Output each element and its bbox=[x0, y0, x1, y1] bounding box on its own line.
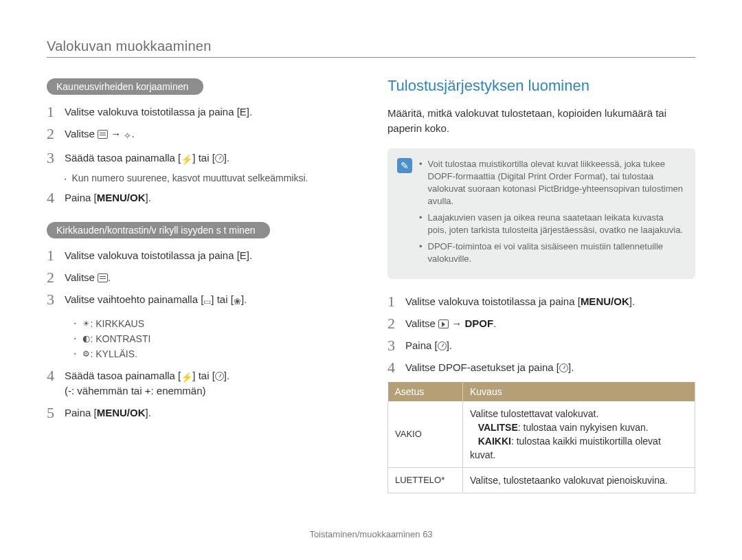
text: ]. bbox=[447, 339, 452, 351]
step-1b: 2 Valitse → ✧. bbox=[47, 126, 355, 144]
intro-text: Määritä, mitkä valokuvat tulostetaan, ko… bbox=[387, 106, 695, 136]
edit-icon bbox=[98, 130, 108, 139]
page-title: Valokuvan muokkaaminen bbox=[47, 38, 695, 54]
step-text: Paina [MENU/OK]. bbox=[65, 190, 355, 205]
step-number: 4 bbox=[47, 368, 65, 383]
step-2d: 4 Säädä tasoa painamalla [⚡] tai []. (-:… bbox=[47, 368, 355, 399]
text: Kun numero suurenee, kasvot muuttuvat se… bbox=[71, 172, 308, 183]
text: ]. bbox=[224, 152, 229, 164]
right-column: Tulostusjärjestyksen luominen Määritä, m… bbox=[387, 77, 695, 493]
step-number: 3 bbox=[47, 150, 65, 166]
text: Valitse bbox=[65, 271, 95, 283]
flash-icon: ⚡ bbox=[181, 155, 192, 164]
step-text: Paina []. bbox=[405, 338, 695, 353]
option-label: : KIRKKAUS bbox=[90, 316, 144, 331]
setting-name: LUETTELO* bbox=[388, 468, 463, 493]
text: ]. bbox=[629, 295, 635, 307]
step-number: 2 bbox=[387, 316, 405, 331]
step-1d: 4 Paina [MENU/OK]. bbox=[47, 190, 355, 205]
playback-icon bbox=[438, 320, 449, 328]
step-2c: 3 Valitse vaihtoehto painamalla [] tai [… bbox=[47, 292, 355, 309]
page-footer: Toistaminen/muokkaaminen 63 bbox=[0, 529, 742, 539]
text: Paina [ bbox=[65, 407, 97, 418]
text: ]. bbox=[146, 192, 151, 203]
text: ]. bbox=[146, 407, 151, 418]
table-header: Kuvaus bbox=[463, 382, 695, 401]
text: ] tai [ bbox=[192, 152, 215, 164]
step-text: Valitse . bbox=[65, 270, 355, 285]
step-number: 3 bbox=[47, 292, 65, 307]
flash-icon: ⚡ bbox=[181, 373, 192, 382]
step-text: Säädä tasoa painamalla [⚡] tai []. bbox=[65, 150, 355, 166]
note-icon: ✎ bbox=[397, 158, 412, 173]
step-number: 2 bbox=[47, 270, 65, 285]
text: DPOF-toimintoa ei voi valita sisäiseen m… bbox=[428, 240, 683, 265]
step-number: 2 bbox=[47, 126, 65, 142]
pill-beauty-fix: Kauneusvirheiden korjaaminen bbox=[47, 78, 203, 95]
edit-icon bbox=[98, 273, 108, 282]
option-label: : KYLLÄIS. bbox=[90, 346, 137, 361]
step-text: Paina [MENU/OK]. bbox=[65, 405, 355, 421]
text: ]. bbox=[224, 370, 229, 381]
setting-desc: Valitse, tulostetaanko valokuvat pienois… bbox=[463, 468, 695, 493]
menu-ok-label: MENU/OK bbox=[97, 407, 146, 418]
step-r3: 3 Paina []. bbox=[387, 338, 695, 353]
step-text: Valitse → DPOF. bbox=[405, 316, 695, 331]
step-2b: 2 Valitse . bbox=[47, 270, 355, 285]
left-column: Kauneusvirheiden korjaaminen 1 Valitse v… bbox=[47, 77, 355, 493]
text: Valitse tulostettavat valokuvat. bbox=[470, 408, 598, 419]
timer-icon bbox=[215, 154, 224, 163]
step-number: 4 bbox=[387, 360, 405, 375]
menu-ok-label: MENU/OK bbox=[97, 192, 146, 203]
section-heading: Tulostusjärjestyksen luominen bbox=[387, 77, 695, 95]
contrast-icon bbox=[82, 331, 90, 346]
text: Valitse bbox=[65, 128, 95, 139]
display-icon bbox=[203, 294, 211, 309]
step-number: 3 bbox=[387, 338, 405, 353]
timer-icon bbox=[215, 372, 224, 381]
dpof-label: DPOF bbox=[464, 317, 493, 329]
text: Paina [ bbox=[65, 192, 97, 203]
arrow: → bbox=[111, 128, 121, 139]
timer-icon bbox=[438, 341, 447, 350]
setting-desc: Valitse tulostettavat valokuvat. VALITSE… bbox=[463, 401, 695, 468]
text: Laajakuvien vasen ja oikea reuna saateta… bbox=[428, 212, 683, 236]
setting-name: VAKIO bbox=[388, 401, 463, 468]
step-text: Valitse DPOF-asetukset ja paina []. bbox=[405, 360, 695, 375]
step-text: Valitse valokuva toistotilassa ja paina … bbox=[65, 248, 355, 263]
table-row: VAKIO Valitse tulostettavat valokuvat. V… bbox=[388, 401, 695, 468]
menu-ok-label: MENU/OK bbox=[581, 295, 629, 307]
step-text: Valitse valokuva toistotilassa ja paina … bbox=[405, 294, 695, 309]
note-box: ✎ Voit tulostaa muistikortilla olevat ku… bbox=[387, 148, 695, 279]
step-2a: 1 Valitse valokuva toistotilassa ja pain… bbox=[47, 248, 355, 263]
step-note: (-: vähemmän tai +: enemmän) bbox=[65, 385, 206, 396]
text: ] tai [ bbox=[211, 293, 234, 305]
step-2e: 5 Paina [MENU/OK]. bbox=[47, 405, 355, 421]
brightness-icon bbox=[82, 316, 90, 331]
text: Säädä tasoa painamalla [ bbox=[65, 152, 181, 164]
option-label: : KONTRASTI bbox=[90, 331, 150, 346]
text: Paina [ bbox=[405, 339, 438, 351]
table-row: LUETTELO* Valitse, tulostetaanko valokuv… bbox=[388, 468, 695, 493]
step-number: 1 bbox=[47, 104, 65, 120]
text: ] tai [ bbox=[192, 370, 215, 381]
settings-table: Asetus Kuvaus VAKIO Valitse tulostettava… bbox=[387, 382, 695, 493]
list-item: ▪: KIRKKAUS bbox=[74, 316, 355, 331]
text: ]. bbox=[568, 361, 574, 373]
step-r2: 2 Valitse → DPOF. bbox=[387, 316, 695, 331]
step-1c: 3 Säädä tasoa painamalla [⚡] tai []. bbox=[47, 150, 355, 166]
step-number: 1 bbox=[47, 248, 65, 263]
text: : tulostaa vain nykyisen kuvan. bbox=[518, 422, 649, 433]
step-text: Valitse → ✧. bbox=[65, 126, 355, 144]
step-r1: 1 Valitse valokuva toistotilassa ja pain… bbox=[387, 294, 695, 309]
macro-icon bbox=[234, 294, 241, 309]
saturation-icon bbox=[82, 346, 90, 361]
step-r4: 4 Valitse DPOF-asetukset ja paina []. bbox=[387, 360, 695, 375]
text: Valitse bbox=[405, 317, 436, 329]
text: Valitse DPOF-asetukset ja paina [ bbox=[405, 361, 559, 373]
step-number: 1 bbox=[387, 294, 405, 309]
list-item: ▪: KONTRASTI bbox=[74, 331, 355, 346]
divider bbox=[47, 57, 695, 58]
step-1a: 1 Valitse valokuva toistotilassa ja pain… bbox=[47, 104, 355, 120]
bold-label: VALITSE bbox=[478, 422, 518, 433]
